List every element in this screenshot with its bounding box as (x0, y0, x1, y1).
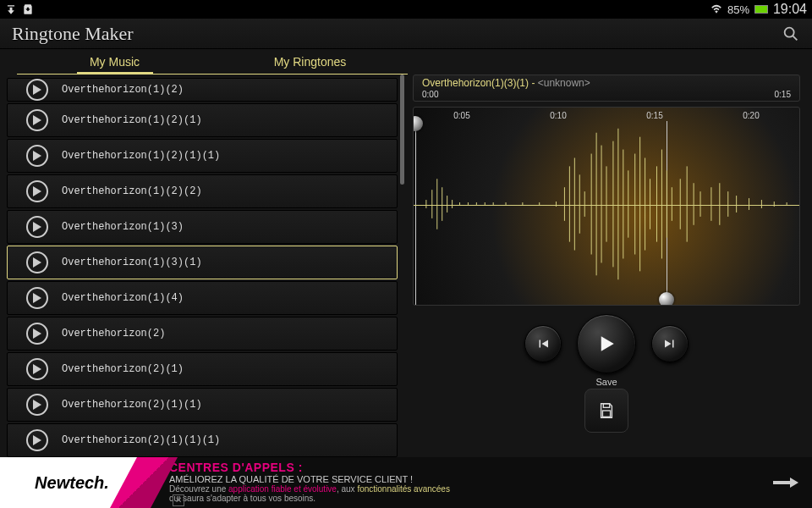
waveform[interactable]: 0:05 0:10 0:15 0:20 (413, 107, 800, 306)
play-icon[interactable] (26, 79, 48, 101)
trim-end-handle[interactable] (659, 292, 674, 306)
item-track: Overthehorizon(2) (62, 328, 165, 340)
item-track: Overthehorizon(1)(3)(1) (62, 257, 202, 268)
item-track: Overthehorizon(1)(2) (62, 84, 184, 96)
ad-title: CENTRES D'APPELS : (169, 461, 802, 474)
playback-controls (413, 314, 800, 373)
play-icon[interactable] (26, 287, 48, 309)
item-track: Overthehorizon(1)(3) (62, 221, 184, 233)
battery-percent: 85% (727, 3, 749, 16)
shopping-icon (22, 3, 34, 15)
list-item[interactable]: Overthehorizon(2)(1) (7, 352, 398, 386)
item-track: Overthehorizon(2)(1)(1)(1) (62, 434, 220, 446)
list-item[interactable]: Overthehorizon(1)(3) (7, 210, 398, 244)
item-track: Overthehorizon(1)(2)(1) (62, 114, 202, 126)
svg-rect-50 (603, 404, 609, 408)
item-track: Overthehorizon(2)(1) (62, 363, 184, 375)
list-item[interactable]: Overthehorizon(1)(3)(1) (7, 246, 398, 279)
now-playing: Overthehorizon(1)(3)(1) - <unknown> 0:00… (413, 75, 800, 102)
app-title: Ringtone Maker (12, 23, 134, 45)
list-item[interactable]: Overthehorizon(2)(1)(1)(1) (7, 423, 398, 457)
play-icon[interactable] (26, 216, 48, 238)
save-button[interactable] (584, 389, 628, 433)
status-bar: 85% 19:04 (0, 0, 812, 19)
play-icon[interactable] (26, 109, 48, 131)
np-track: Overthehorizon(1)(3)(1) (422, 77, 529, 89)
ad-close-button[interactable]: ✕ (173, 494, 184, 506)
play-icon[interactable] (26, 358, 48, 380)
tab-my-music[interactable]: My Music (17, 55, 212, 74)
tab-my-ringtones[interactable]: My Ringtones (212, 55, 408, 74)
ad-line1: Découvrez une application fiable et évol… (169, 484, 802, 494)
prev-button[interactable] (524, 325, 562, 362)
ad-arrow-icon (773, 476, 798, 489)
tab-label: My Ringtones (274, 55, 347, 69)
play-icon[interactable] (26, 323, 48, 345)
play-icon[interactable] (26, 180, 48, 202)
list-item[interactable]: Overthehorizon(1)(2)(1)(1) (7, 139, 398, 173)
item-track: Overthehorizon(1)(2)(2) (62, 185, 202, 197)
list-item[interactable]: Overthehorizon(1)(2)(2) (7, 174, 398, 208)
search-icon[interactable] (782, 25, 800, 43)
play-icon[interactable] (26, 394, 48, 416)
item-track: Overthehorizon(1)(2)(1)(1) (62, 150, 220, 162)
editor-panel: Overthehorizon(1)(3)(1) - <unknown> 0:00… (406, 75, 812, 457)
clock: 19:04 (773, 2, 807, 17)
np-position: 0:00 (422, 90, 438, 99)
svg-point-0 (785, 27, 794, 36)
play-icon[interactable] (26, 145, 48, 167)
scroll-thumb[interactable] (400, 75, 404, 185)
list-item[interactable]: Overthehorizon(2) (7, 317, 398, 351)
play-button[interactable] (577, 314, 636, 373)
play-icon (594, 331, 619, 356)
list-item[interactable]: Overthehorizon(2)(1)(1) (7, 388, 398, 422)
save-section: Save (413, 377, 800, 433)
np-duration: 0:15 (775, 90, 791, 99)
skip-prev-icon (535, 336, 551, 351)
svg-line-1 (793, 36, 797, 40)
tab-label: My Music (90, 55, 140, 69)
app-header: Ringtone Maker (0, 19, 812, 49)
skip-next-icon (662, 336, 678, 351)
item-track: Overthehorizon(1)(4) (62, 292, 184, 304)
save-icon (597, 401, 616, 420)
wifi-icon (710, 3, 722, 15)
tab-bar: My Music My Ringtones (0, 49, 812, 75)
list-item[interactable]: Overthehorizon(1)(2) (7, 78, 398, 102)
play-icon[interactable] (26, 251, 48, 273)
download-icon (5, 3, 17, 15)
svg-rect-51 (602, 411, 610, 417)
next-button[interactable] (651, 325, 689, 362)
np-artist: <unknown> (538, 77, 590, 89)
ad-subtitle: AMÉLIOREZ LA QUALITÉ DE VOTRE SERVICE CL… (169, 474, 802, 484)
battery-icon (754, 5, 768, 14)
waveform-svg (414, 108, 799, 305)
list-item[interactable]: Overthehorizon(1)(2)(1) (7, 103, 398, 137)
track-list: Overthehorizon(1)(2)Overthehorizon(1)(2)… (0, 75, 406, 457)
ad-banner[interactable]: Newtech. CENTRES D'APPELS : AMÉLIOREZ LA… (0, 457, 812, 508)
save-label: Save (413, 377, 800, 387)
ad-line2: qui saura s'adapter à tous vos besoins. (169, 494, 802, 503)
scrollbar[interactable] (400, 75, 404, 457)
play-icon[interactable] (26, 429, 48, 451)
list-item[interactable]: Overthehorizon(1)(4) (7, 281, 398, 315)
item-track: Overthehorizon(2)(1)(1) (62, 399, 202, 411)
